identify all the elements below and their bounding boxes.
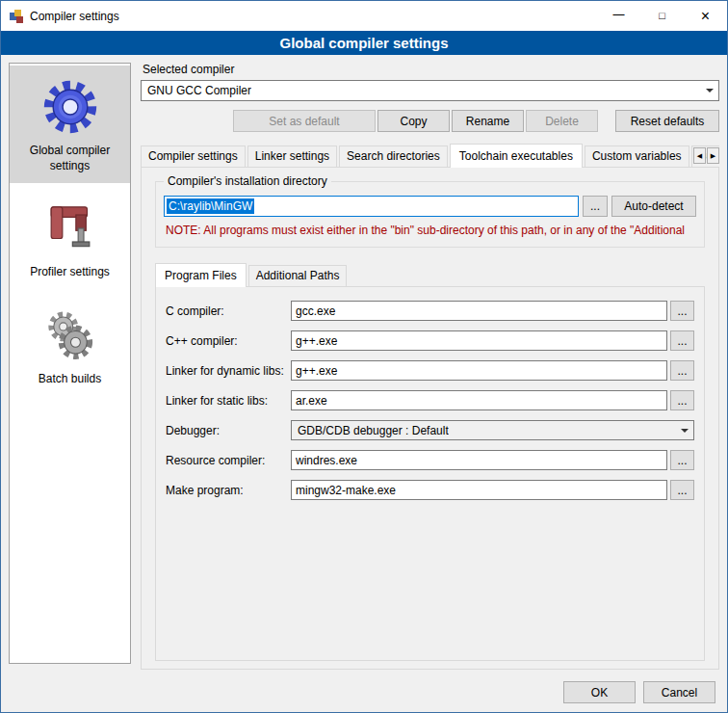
dynamic-linker-input[interactable]	[291, 360, 667, 381]
sidebar-item-batch-builds[interactable]: Batch builds	[10, 294, 130, 397]
cpp-compiler-browse-button[interactable]: ...	[670, 330, 694, 351]
tab-compiler-settings[interactable]: Compiler settings	[141, 145, 246, 167]
main-panel: Selected compiler GNU GCC Compiler Set a…	[141, 61, 719, 670]
resource-compiler-input[interactable]	[291, 450, 667, 470]
tab-scroll-buttons: ◀ ▶	[693, 147, 719, 164]
resource-compiler-browse-button[interactable]: ...	[670, 450, 694, 470]
install-dir-browse-button[interactable]: ...	[583, 196, 608, 217]
selected-compiler-label: Selected compiler	[143, 63, 719, 76]
debugger-select[interactable]: GDB/CDB debugger : Default	[291, 420, 694, 440]
chevron-down-icon	[701, 81, 718, 100]
sidebar-item-label: Batch builds	[39, 372, 101, 387]
close-button[interactable]: ×	[684, 1, 727, 31]
debugger-label: Debugger:	[166, 424, 291, 437]
make-program-browse-button[interactable]: ...	[670, 480, 694, 500]
resource-compiler-row: Resource compiler: ...	[166, 450, 694, 470]
installation-directory-group: Compiler's installation directory C:\ray…	[155, 181, 705, 248]
left-arrow-icon: ◀	[697, 152, 702, 159]
profiler-clamp-icon	[40, 198, 100, 258]
gray-gears-icon	[40, 305, 100, 365]
dynamic-linker-row: Linker for dynamic libs: ...	[166, 360, 694, 381]
tab-custom-variables[interactable]: Custom variables	[585, 145, 689, 167]
copy-button[interactable]: Copy	[377, 110, 450, 132]
install-dir-value: C:\raylib\MinGW	[167, 198, 254, 214]
cpp-compiler-row: C++ compiler: ...	[166, 330, 694, 351]
make-program-row: Make program: ...	[166, 480, 694, 500]
tab-scroll-right-button[interactable]: ▶	[707, 147, 719, 164]
ok-button[interactable]: OK	[563, 681, 636, 703]
debugger-row: Debugger: GDB/CDB debugger : Default	[166, 420, 694, 440]
installation-directory-row: C:\raylib\MinGW ... Auto-detect	[164, 196, 696, 217]
dynamic-linker-label: Linker for dynamic libs:	[166, 364, 291, 378]
sidebar-item-global-compiler-settings[interactable]: Global compiler settings	[10, 66, 130, 183]
settings-category-list: Global compiler settings Profiler settin…	[9, 63, 131, 664]
right-arrow-icon: ▶	[711, 152, 715, 159]
minimize-button[interactable]: —	[597, 1, 640, 31]
c-compiler-input[interactable]	[291, 301, 667, 321]
installation-directory-group-label: Compiler's installation directory	[164, 174, 331, 188]
maximize-button[interactable]: □	[640, 1, 684, 31]
chevron-down-icon	[676, 421, 693, 439]
blue-gear-icon	[40, 77, 100, 137]
tab-toolchain-executables[interactable]: Toolchain executables	[450, 144, 583, 168]
sidebar-item-profiler-settings[interactable]: Profiler settings	[10, 187, 130, 290]
cancel-button[interactable]: Cancel	[643, 681, 715, 703]
make-program-input[interactable]	[291, 480, 667, 500]
app-icon	[9, 9, 24, 24]
dialog-heading-banner: Global compiler settings	[1, 31, 727, 55]
dialog-footer: OK Cancel	[563, 681, 715, 703]
tab-scroll-left-button[interactable]: ◀	[693, 147, 706, 164]
delete-button[interactable]: Delete	[526, 110, 598, 132]
cpp-compiler-label: C++ compiler:	[166, 334, 291, 348]
cpp-compiler-input[interactable]	[291, 330, 667, 351]
window-controls: — □ ×	[597, 1, 727, 31]
sidebar-item-label: Global compiler settings	[13, 144, 126, 173]
tab-program-files[interactable]: Program Files	[155, 263, 247, 287]
window-title: Compiler settings	[30, 10, 119, 23]
program-files-panel: C compiler: ... C++ compiler: ... Linker…	[155, 286, 705, 661]
minimize-icon: —	[613, 9, 625, 20]
sidebar-item-label: Profiler settings	[30, 265, 110, 280]
dialog-heading: Global compiler settings	[279, 35, 448, 51]
c-compiler-label: C compiler:	[166, 304, 291, 318]
rename-button[interactable]: Rename	[452, 110, 524, 132]
c-compiler-browse-button[interactable]: ...	[670, 301, 694, 321]
tab-search-directories[interactable]: Search directories	[339, 145, 448, 167]
settings-tabs: Compiler settings Linker settings Search…	[141, 144, 719, 168]
resource-compiler-label: Resource compiler:	[166, 454, 291, 467]
compiler-settings-window: Compiler settings — □ × Global compiler …	[0, 0, 728, 713]
tab-additional-paths[interactable]: Additional Paths	[248, 265, 348, 286]
make-program-label: Make program:	[166, 484, 291, 497]
compiler-select[interactable]: GNU GCC Compiler	[141, 80, 719, 101]
autodetect-button[interactable]: Auto-detect	[611, 196, 696, 217]
toolchain-executables-panel: Compiler's installation directory C:\ray…	[141, 167, 719, 670]
static-linker-browse-button[interactable]: ...	[670, 390, 694, 410]
set-as-default-button[interactable]: Set as default	[233, 110, 376, 132]
static-linker-row: Linker for static libs: ...	[166, 390, 694, 410]
dialog-content: Global compiler settings Profiler settin…	[1, 55, 727, 712]
reset-defaults-button[interactable]: Reset defaults	[615, 110, 719, 132]
compiler-select-value: GNU GCC Compiler	[147, 84, 251, 97]
debugger-select-value: GDB/CDB debugger : Default	[298, 424, 449, 437]
static-linker-label: Linker for static libs:	[166, 394, 291, 408]
close-icon: ×	[701, 9, 710, 24]
static-linker-input[interactable]	[291, 390, 667, 410]
c-compiler-row: C compiler: ...	[166, 301, 694, 321]
program-tabs: Program Files Additional Paths	[155, 263, 711, 287]
note-text: NOTE: All programs must exist either in …	[166, 224, 696, 237]
maximize-icon: □	[659, 11, 665, 21]
compiler-actions: Set as default Copy Rename Delete Reset …	[141, 110, 719, 132]
titlebar: Compiler settings — □ ×	[1, 1, 727, 31]
tab-linker-settings[interactable]: Linker settings	[247, 145, 337, 167]
install-dir-input[interactable]: C:\raylib\MinGW	[164, 196, 579, 217]
dynamic-linker-browse-button[interactable]: ...	[670, 360, 694, 381]
